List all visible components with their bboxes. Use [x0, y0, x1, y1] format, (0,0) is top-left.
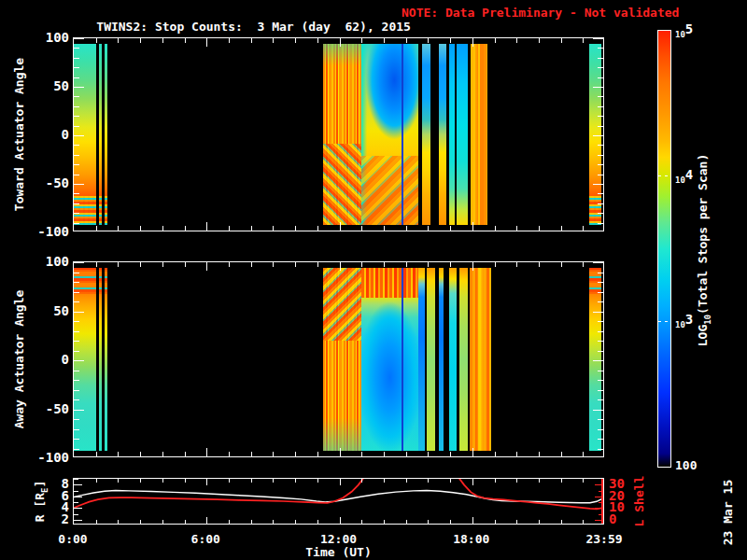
y-tick [74, 164, 79, 165]
cb-tick-exponent: 3 [685, 312, 693, 327]
x-tick [361, 452, 362, 456]
y-tick [598, 223, 603, 224]
x-tick [96, 38, 97, 43]
y-tick [74, 312, 84, 313]
x-tick [295, 262, 296, 267]
toward-angle-axis-label: Toward Actuator Angle [12, 58, 26, 211]
y-tick [74, 116, 79, 117]
x-tick [539, 479, 540, 483]
spectrogram-band-tw-col [422, 44, 431, 225]
y-tick [74, 203, 79, 204]
y-tick [598, 449, 603, 450]
x-tick [472, 517, 473, 524]
y-tick [74, 184, 84, 185]
y-tick [598, 390, 603, 391]
x-tick [206, 448, 207, 456]
x-tick [495, 226, 496, 231]
x-tick [384, 479, 385, 483]
lshell-axis-spine [601, 479, 603, 524]
y-tick [598, 213, 603, 214]
y-tick [598, 106, 603, 107]
y-tick [598, 301, 603, 302]
x-tick [472, 38, 473, 47]
colorbar-tick-label: 104 [675, 168, 693, 188]
colorbar-axis-label: LOG10(Total Stops per Scan) [696, 154, 712, 347]
x-tick [206, 479, 207, 485]
spectrogram-band-tw-main [589, 44, 602, 225]
y-tick-label: 50 [26, 78, 69, 93]
y-tick [598, 371, 603, 371]
cb-tick-base: 10 [675, 30, 685, 39]
x-tick [118, 262, 119, 267]
x-tick [295, 38, 296, 43]
x-tick [428, 452, 429, 456]
y-tick [74, 87, 84, 88]
y-tick [74, 351, 79, 352]
x-tick [428, 520, 429, 524]
x-tick [162, 452, 163, 456]
cb-tick-base: 10 [675, 175, 685, 185]
spectrogram-band-aw-main [589, 268, 602, 451]
y-tick [74, 410, 84, 411]
x-tick [450, 226, 451, 231]
y-tick-label: -50 [26, 401, 69, 416]
y-tick [74, 429, 79, 430]
x-tick [295, 479, 296, 483]
y-tick [598, 203, 603, 204]
spectrogram-vline [402, 268, 403, 451]
preliminary-note: NOTE: Data Preliminary - Not validated [402, 6, 679, 20]
x-tick [251, 262, 252, 267]
x-tick [273, 262, 274, 267]
x-tick [361, 262, 362, 267]
lshell-tick-label: 0 [609, 511, 646, 526]
x-tick [472, 262, 473, 271]
y-tick [598, 321, 603, 322]
x-tick [516, 226, 517, 231]
x-tick [140, 262, 141, 267]
r-tick-label: 2 [26, 511, 69, 526]
y-tick [74, 341, 79, 342]
spectrogram-band-tw-main [105, 44, 107, 225]
colorbar-decade-dash [658, 321, 670, 322]
x-tick [273, 452, 274, 456]
x-tick [583, 520, 584, 524]
colorbar [657, 30, 671, 468]
x-tick [185, 520, 186, 524]
y-tick [74, 419, 79, 420]
y-tick [598, 292, 603, 293]
x-tick [361, 479, 362, 483]
y-tick-label: -50 [26, 175, 69, 190]
x-tick [516, 262, 517, 267]
colorbar-label-pre: LOG [696, 325, 710, 346]
x-tick [561, 479, 562, 483]
x-tick [206, 517, 207, 524]
x-tick [340, 448, 341, 456]
toward-spectrogram-panel [73, 37, 604, 231]
time-tick-label: 23:59 [576, 532, 632, 546]
time-axis-label: Time (UT) [73, 545, 604, 559]
y-tick [74, 449, 79, 450]
x-tick [96, 520, 97, 524]
y-tick-label: -100 [26, 450, 69, 465]
r-tick [74, 520, 82, 521]
x-tick [561, 520, 562, 524]
y-tick-label: 100 [26, 254, 69, 269]
x-tick [539, 226, 540, 231]
x-tick [516, 38, 517, 43]
colorbar-gradient [658, 31, 670, 467]
spectrogram-band-green-col [427, 268, 435, 451]
x-tick [96, 226, 97, 231]
x-tick [495, 479, 496, 483]
x-tick [185, 38, 186, 43]
orbit-line-panel [73, 478, 604, 525]
x-tick [539, 452, 540, 456]
x-tick [273, 520, 274, 524]
x-tick [340, 479, 341, 485]
x-tick [295, 452, 296, 456]
x-tick [229, 262, 230, 267]
y-tick-label: -100 [26, 224, 69, 239]
x-tick [583, 452, 584, 456]
x-tick [185, 452, 186, 456]
y-tick [598, 193, 603, 194]
r-minor-tick [74, 502, 78, 503]
